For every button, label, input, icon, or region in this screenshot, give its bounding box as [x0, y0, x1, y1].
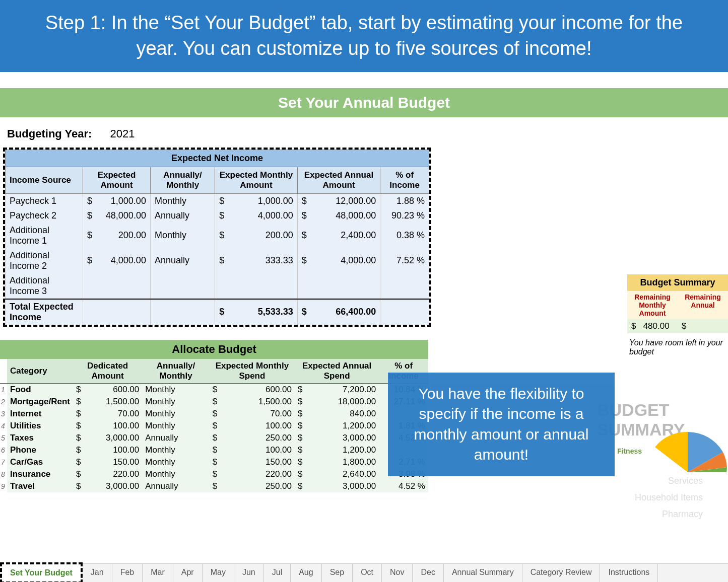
col-alloc-freq: Annually/ Monthly [142, 359, 210, 384]
sheet-tab-apr[interactable]: Apr [173, 564, 203, 582]
income-row[interactable]: Additional Income 2$4,000.00Annually$333… [6, 248, 429, 273]
col-pct: % of Income [380, 167, 429, 193]
allocate-row[interactable]: 4Utilities$100.00Monthly$100.00$1,200.00… [0, 420, 428, 432]
col-freq: Annually/ Monthly [150, 167, 215, 193]
col-annual-spend: Expected Annual Spend [295, 359, 379, 384]
summary-title: Budget Summary [627, 274, 728, 291]
sheet-tabs[interactable]: Set Your BudgetJanFebMarAprMayJunJulAugS… [0, 563, 728, 582]
summary-col-remaining-annual: Remaining Annual [678, 291, 728, 319]
col-monthly-spend: Expected Monthly Spend [210, 359, 295, 384]
allocate-row[interactable]: 1Food$600.00Monthly$600.00$7,200.0010.84… [0, 383, 428, 396]
sheet-tab-oct[interactable]: Oct [353, 564, 382, 582]
sheet-tab-may[interactable]: May [203, 564, 234, 582]
summary-remaining-monthly: 480.00 [643, 321, 670, 331]
page-title: Set Your Annual Budget [0, 88, 728, 117]
income-title: Expected Net Income [6, 150, 429, 167]
allocate-row[interactable]: 8Insurance$220.00Monthly$220.00$2,640.00… [0, 468, 428, 480]
sheet-tab-feb[interactable]: Feb [112, 564, 143, 582]
total-label: Total Expected Income [6, 299, 83, 325]
sheet-tab-instructions[interactable]: Instructions [600, 564, 658, 582]
summary-col-remaining-monthly: Remaining Monthly Amount [627, 291, 678, 319]
total-monthly: 5,533.33 [258, 307, 293, 317]
col-monthly: Expected Monthly Amount [215, 167, 298, 193]
pie-label-fitness: Fitness [617, 447, 642, 455]
allocate-row[interactable]: 9Travel$3,000.00Annually$250.00$3,000.00… [0, 480, 428, 492]
year-label: Budgeting Year: [7, 127, 92, 140]
sheet-tab-jan[interactable]: Jan [83, 564, 112, 582]
income-table[interactable]: Expected Net Income Income Source Expect… [5, 150, 429, 325]
instruction-banner: Step 1: In the “Set Your Budget” tab, st… [0, 0, 728, 72]
allocate-table[interactable]: Category Dedicated Amount Annually/ Mont… [0, 359, 428, 492]
col-source: Income Source [6, 167, 83, 193]
income-row[interactable]: Paycheck 2$48,000.00Annually$4,000.00$48… [6, 208, 429, 223]
year-value[interactable]: 2021 [110, 127, 135, 140]
sheet-tab-sep[interactable]: Sep [322, 564, 353, 582]
income-row[interactable]: Additional Income 3 [6, 273, 429, 299]
sheet-tab-annual-summary[interactable]: Annual Summary [444, 564, 522, 582]
sheet-tab-aug[interactable]: Aug [291, 564, 321, 582]
allocate-row[interactable]: 6Phone$100.00Monthly$100.00$1,200.00 [0, 444, 428, 456]
pie-chart-hint: Fitness [617, 412, 728, 472]
sheet-tab-dec[interactable]: Dec [413, 564, 443, 582]
summary-note: You have room left in your budget [627, 333, 728, 361]
sheet-tab-jun[interactable]: Jun [234, 564, 264, 582]
total-annual: 66,400.00 [336, 307, 376, 317]
col-ded-amount: Dedicated Amount [73, 359, 142, 384]
sheet-tab-nov[interactable]: Nov [382, 564, 413, 582]
budget-summary-panel: Budget Summary Remaining Monthly Amount … [627, 274, 728, 361]
col-annual: Expected Annual Amount [297, 167, 380, 193]
sheet-tab-set-your-budget[interactable]: Set Your Budget [0, 562, 83, 582]
allocate-title: Allocate Budget [0, 340, 428, 359]
allocate-row[interactable]: 7Car/Gas$150.00Monthly$150.00$1,800.002.… [0, 456, 428, 468]
allocate-row[interactable]: 3Internet$70.00Monthly$70.00$840.00 [0, 408, 428, 420]
sheet-tab-mar[interactable]: Mar [143, 564, 173, 582]
sheet-tab-jul[interactable]: Jul [264, 564, 291, 582]
callout-flexibility: You have the flexibility to specify if t… [388, 373, 615, 476]
income-table-highlight: Expected Net Income Income Source Expect… [3, 148, 431, 327]
allocate-row[interactable]: 2Mortgage/Rent$1,500.00Monthly$1,500.00$… [0, 396, 428, 408]
col-category: Category [7, 359, 73, 384]
sheet-tab-category-review[interactable]: Category Review [522, 564, 601, 582]
col-amount: Expected Amount [83, 167, 151, 193]
income-row[interactable]: Additional Income 1$200.00Monthly$200.00… [6, 223, 429, 248]
income-row[interactable]: Paycheck 1$1,000.00Monthly$1,000.00$12,0… [6, 193, 429, 208]
allocate-row[interactable]: 5Taxes$3,000.00Annually$250.00$3,000.004… [0, 432, 428, 444]
